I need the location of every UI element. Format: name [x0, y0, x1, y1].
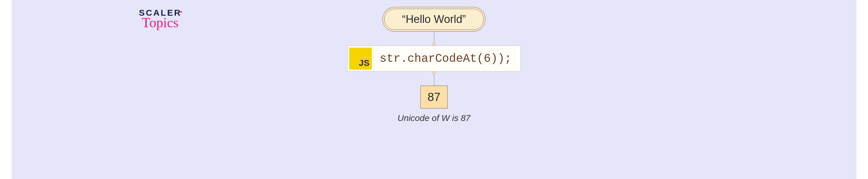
connector-line-icon	[434, 75, 434, 85]
scaler-topics-logo: SCALER Topics	[139, 9, 181, 29]
connector-dot-icon	[433, 43, 435, 46]
js-badge-icon: JS	[349, 48, 372, 70]
input-string-node: “Hello World”	[384, 9, 484, 30]
caption-text: Unicode of W is 87	[398, 113, 470, 123]
connector-line-icon	[434, 32, 434, 43]
code-expression-node: JS str.charCodeAt(6));	[347, 46, 521, 72]
connector-top	[433, 32, 435, 46]
connector-bottom	[433, 72, 435, 85]
diagram-canvas: SCALER Topics “Hello World” JS str.charC…	[11, 0, 857, 179]
code-expression-text: str.charCodeAt(6));	[374, 46, 520, 71]
result-value: 87	[428, 91, 441, 103]
result-node: 87	[421, 85, 448, 108]
logo-dot-icon	[180, 11, 182, 13]
connector-dot-icon	[433, 72, 435, 75]
input-string-text: “Hello World”	[402, 13, 466, 25]
flow-diagram: “Hello World” JS str.charCodeAt(6)); 87 …	[347, 7, 521, 123]
logo-text-topics: Topics	[142, 16, 181, 29]
